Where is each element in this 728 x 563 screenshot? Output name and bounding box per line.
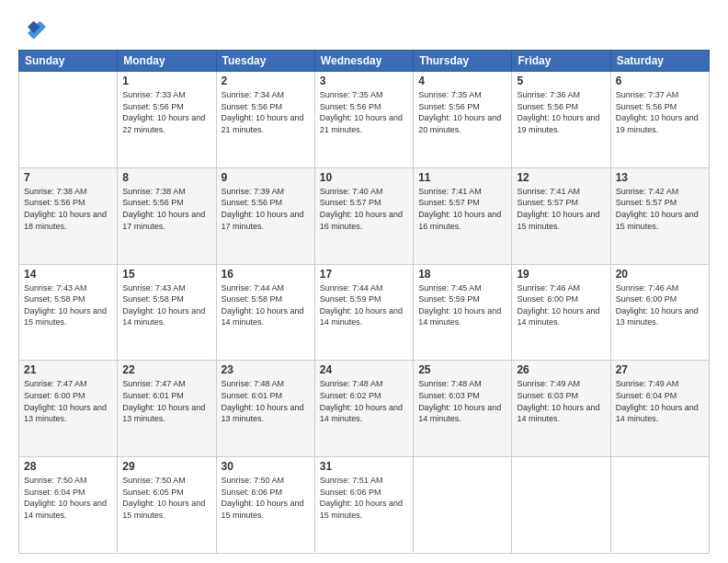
cell-info: Sunrise: 7:50 AM Sunset: 6:06 PM Dayligh…: [222, 475, 310, 521]
calendar-cell: 2Sunrise: 7:34 AM Sunset: 5:56 PM Daylig…: [216, 72, 314, 168]
cell-date: 29: [122, 460, 210, 473]
calendar-week-row: 14Sunrise: 7:43 AM Sunset: 5:58 PM Dayli…: [19, 264, 710, 361]
cell-date: 8: [122, 171, 210, 184]
calendar-cell: 4Sunrise: 7:35 AM Sunset: 5:56 PM Daylig…: [414, 72, 512, 168]
logo: [18, 15, 50, 42]
cell-date: 7: [24, 171, 112, 184]
cell-date: 24: [320, 363, 408, 376]
cell-info: Sunrise: 7:43 AM Sunset: 5:58 PM Dayligh…: [24, 282, 112, 328]
calendar-cell: [19, 72, 118, 168]
weekday-header: Friday: [512, 51, 610, 72]
cell-info: Sunrise: 7:46 AM Sunset: 6:00 PM Dayligh…: [616, 282, 704, 328]
calendar-cell: 9Sunrise: 7:39 AM Sunset: 5:56 PM Daylig…: [216, 167, 314, 264]
cell-date: 20: [616, 268, 704, 281]
cell-info: Sunrise: 7:41 AM Sunset: 5:57 PM Dayligh…: [418, 186, 506, 232]
cell-info: Sunrise: 7:38 AM Sunset: 5:56 PM Dayligh…: [122, 186, 210, 232]
calendar-cell: 25Sunrise: 7:48 AM Sunset: 6:03 PM Dayli…: [414, 361, 512, 457]
calendar-week-row: 1Sunrise: 7:33 AM Sunset: 5:56 PM Daylig…: [19, 72, 710, 168]
calendar-cell: 6Sunrise: 7:37 AM Sunset: 5:56 PM Daylig…: [610, 72, 709, 168]
calendar-cell: 8Sunrise: 7:38 AM Sunset: 5:56 PM Daylig…: [118, 167, 216, 264]
cell-date: 22: [122, 363, 210, 376]
cell-date: 4: [418, 75, 506, 87]
cell-date: 2: [222, 75, 310, 87]
cell-date: 9: [222, 171, 310, 184]
cell-info: Sunrise: 7:44 AM Sunset: 5:58 PM Dayligh…: [222, 282, 310, 328]
cell-info: Sunrise: 7:47 AM Sunset: 6:00 PM Dayligh…: [24, 378, 112, 424]
calendar-cell: 5Sunrise: 7:36 AM Sunset: 5:56 PM Daylig…: [512, 72, 610, 168]
cell-date: 14: [24, 268, 112, 281]
cell-info: Sunrise: 7:48 AM Sunset: 6:03 PM Dayligh…: [418, 378, 506, 424]
logo-icon: [18, 15, 46, 42]
calendar-cell: 16Sunrise: 7:44 AM Sunset: 5:58 PM Dayli…: [216, 264, 314, 361]
cell-date: 13: [616, 171, 704, 184]
cell-date: 12: [517, 171, 605, 184]
weekday-header: Wednesday: [314, 51, 413, 72]
cell-date: 5: [517, 75, 605, 87]
weekday-header: Saturday: [610, 51, 709, 72]
calendar-cell: 22Sunrise: 7:47 AM Sunset: 6:01 PM Dayli…: [118, 361, 216, 457]
cell-date: 30: [222, 460, 310, 473]
cell-date: 19: [517, 268, 605, 281]
cell-info: Sunrise: 7:48 AM Sunset: 6:02 PM Dayligh…: [320, 378, 408, 424]
calendar-cell: [610, 457, 709, 554]
calendar-header-row: SundayMondayTuesdayWednesdayThursdayFrid…: [19, 51, 710, 72]
cell-info: Sunrise: 7:50 AM Sunset: 6:04 PM Dayligh…: [24, 475, 112, 521]
page: SundayMondayTuesdayWednesdayThursdayFrid…: [0, 0, 728, 563]
calendar-week-row: 21Sunrise: 7:47 AM Sunset: 6:00 PM Dayli…: [19, 361, 710, 457]
calendar-cell: 27Sunrise: 7:49 AM Sunset: 6:04 PM Dayli…: [610, 361, 709, 457]
cell-date: 11: [418, 171, 506, 184]
cell-info: Sunrise: 7:50 AM Sunset: 6:05 PM Dayligh…: [122, 475, 210, 521]
cell-date: 18: [418, 268, 506, 281]
calendar-week-row: 28Sunrise: 7:50 AM Sunset: 6:04 PM Dayli…: [19, 457, 710, 554]
cell-date: 1: [122, 75, 210, 87]
cell-info: Sunrise: 7:41 AM Sunset: 5:57 PM Dayligh…: [517, 186, 605, 232]
weekday-header: Thursday: [414, 51, 512, 72]
cell-info: Sunrise: 7:51 AM Sunset: 6:06 PM Dayligh…: [320, 475, 408, 521]
calendar-cell: 14Sunrise: 7:43 AM Sunset: 5:58 PM Dayli…: [19, 264, 118, 361]
calendar-cell: 10Sunrise: 7:40 AM Sunset: 5:57 PM Dayli…: [314, 167, 413, 264]
weekday-header: Sunday: [19, 51, 118, 72]
calendar-cell: 23Sunrise: 7:48 AM Sunset: 6:01 PM Dayli…: [216, 361, 314, 457]
cell-info: Sunrise: 7:49 AM Sunset: 6:04 PM Dayligh…: [616, 378, 704, 424]
calendar-cell: 11Sunrise: 7:41 AM Sunset: 5:57 PM Dayli…: [414, 167, 512, 264]
calendar-cell: 30Sunrise: 7:50 AM Sunset: 6:06 PM Dayli…: [216, 457, 314, 554]
cell-info: Sunrise: 7:35 AM Sunset: 5:56 PM Dayligh…: [320, 89, 408, 135]
cell-info: Sunrise: 7:33 AM Sunset: 5:56 PM Dayligh…: [122, 89, 210, 135]
calendar-cell: 19Sunrise: 7:46 AM Sunset: 6:00 PM Dayli…: [512, 264, 610, 361]
calendar-cell: [512, 457, 610, 554]
cell-date: 6: [616, 75, 704, 87]
calendar-cell: 15Sunrise: 7:43 AM Sunset: 5:58 PM Dayli…: [118, 264, 216, 361]
cell-info: Sunrise: 7:40 AM Sunset: 5:57 PM Dayligh…: [320, 186, 408, 232]
calendar-cell: 1Sunrise: 7:33 AM Sunset: 5:56 PM Daylig…: [118, 72, 216, 168]
cell-info: Sunrise: 7:37 AM Sunset: 5:56 PM Dayligh…: [616, 89, 704, 135]
cell-info: Sunrise: 7:44 AM Sunset: 5:59 PM Dayligh…: [320, 282, 408, 328]
calendar-cell: 29Sunrise: 7:50 AM Sunset: 6:05 PM Dayli…: [118, 457, 216, 554]
cell-info: Sunrise: 7:49 AM Sunset: 6:03 PM Dayligh…: [517, 378, 605, 424]
cell-date: 25: [418, 363, 506, 376]
cell-date: 23: [222, 363, 310, 376]
cell-info: Sunrise: 7:48 AM Sunset: 6:01 PM Dayligh…: [222, 378, 310, 424]
calendar-cell: 18Sunrise: 7:45 AM Sunset: 5:59 PM Dayli…: [414, 264, 512, 361]
cell-date: 26: [517, 363, 605, 376]
cell-date: 16: [222, 268, 310, 281]
calendar-cell: [414, 457, 512, 554]
cell-info: Sunrise: 7:43 AM Sunset: 5:58 PM Dayligh…: [122, 282, 210, 328]
cell-date: 21: [24, 363, 112, 376]
calendar-cell: 24Sunrise: 7:48 AM Sunset: 6:02 PM Dayli…: [314, 361, 413, 457]
cell-info: Sunrise: 7:34 AM Sunset: 5:56 PM Dayligh…: [222, 89, 310, 135]
calendar-cell: 20Sunrise: 7:46 AM Sunset: 6:00 PM Dayli…: [610, 264, 709, 361]
calendar-cell: 7Sunrise: 7:38 AM Sunset: 5:56 PM Daylig…: [19, 167, 118, 264]
cell-date: 28: [24, 460, 112, 473]
cell-date: 31: [320, 460, 408, 473]
weekday-header: Monday: [118, 51, 216, 72]
calendar-cell: 12Sunrise: 7:41 AM Sunset: 5:57 PM Dayli…: [512, 167, 610, 264]
calendar-week-row: 7Sunrise: 7:38 AM Sunset: 5:56 PM Daylig…: [19, 167, 710, 264]
cell-date: 27: [616, 363, 704, 376]
cell-info: Sunrise: 7:36 AM Sunset: 5:56 PM Dayligh…: [517, 89, 605, 135]
cell-info: Sunrise: 7:47 AM Sunset: 6:01 PM Dayligh…: [122, 378, 210, 424]
cell-info: Sunrise: 7:35 AM Sunset: 5:56 PM Dayligh…: [418, 89, 506, 135]
calendar-cell: 17Sunrise: 7:44 AM Sunset: 5:59 PM Dayli…: [314, 264, 413, 361]
calendar-table: SundayMondayTuesdayWednesdayThursdayFrid…: [18, 50, 710, 554]
cell-info: Sunrise: 7:42 AM Sunset: 5:57 PM Dayligh…: [616, 186, 704, 232]
cell-date: 17: [320, 268, 408, 281]
